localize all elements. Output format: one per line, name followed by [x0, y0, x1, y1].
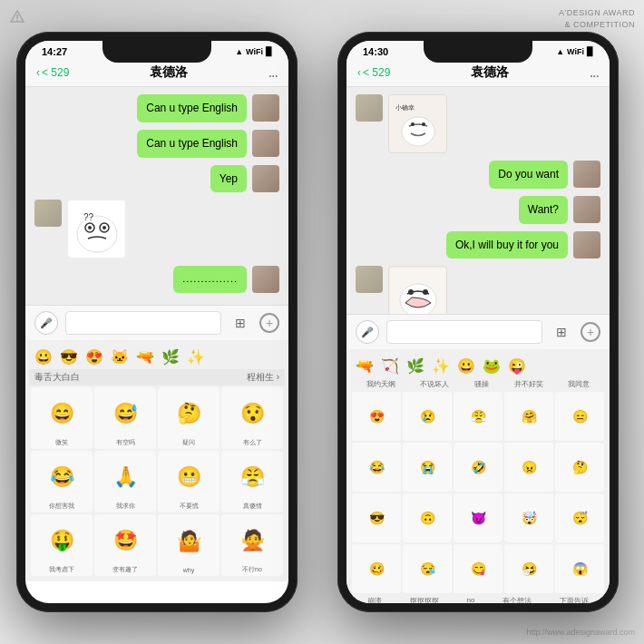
svg-point-13	[422, 122, 425, 126]
sticker-r2[interactable]: 😢	[403, 392, 452, 441]
emoji-panel-right: 🔫 🏹 🌿 ✨ 😀 🐸 😜 我约天纲 不说坏人 骚操 并不好笑 我同意 😍 😢	[346, 349, 610, 603]
sticker-r19[interactable]: 🤧	[504, 544, 553, 593]
sticker-cell-2[interactable]: 😅 有空吗	[94, 387, 156, 449]
add-button-right[interactable]: +	[581, 322, 600, 342]
emoji-tab-5[interactable]: 🔫	[134, 346, 156, 367]
bubble-r3: Want?	[519, 196, 568, 224]
svg-text:小确幸: 小确幸	[395, 104, 415, 111]
sticker-r9[interactable]: 😠	[504, 443, 553, 492]
bubble-2: Can u type English	[137, 130, 247, 158]
notch-right	[424, 41, 532, 63]
svg-text:??: ??	[83, 212, 94, 222]
emoji-tab-r1[interactable]: 🔫	[354, 355, 376, 376]
sticker-cell-6[interactable]: 🙏 我求你	[94, 451, 156, 512]
sticker-cell-7[interactable]: 😬 不要慌	[158, 451, 220, 512]
sticker-r1[interactable]: 😍	[352, 392, 401, 441]
phone-right: 14:30 ▲ WiFi ▉ ‹ < 529 袁德洛 ...	[337, 32, 619, 612]
sticker-r3[interactable]: 😤	[454, 392, 503, 441]
sticker-r20[interactable]: 😱	[555, 544, 604, 593]
emoji-tab-6[interactable]: 🌿	[160, 346, 181, 367]
nav-more-left[interactable]: ...	[268, 64, 278, 81]
voice-button-left[interactable]: 🎤	[34, 311, 58, 335]
sticker-pack-header-left: 毒舌大白白 程相生 ›	[29, 369, 285, 385]
nav-more-right[interactable]: ...	[590, 64, 599, 81]
bubble-dots: ...............	[173, 266, 247, 292]
nav-back-right[interactable]: ‹ < 529	[357, 66, 390, 79]
avatar-recv-r5	[356, 266, 383, 293]
text-input-left[interactable]	[65, 311, 221, 335]
sticker-cell-11[interactable]: 🤷 why	[158, 514, 220, 576]
avatar-sent-3	[252, 165, 279, 192]
voice-button-right[interactable]: 🎤	[356, 320, 379, 344]
emoji-tab-1[interactable]: 😀	[33, 346, 54, 367]
bubble-1: Can u type English	[137, 94, 247, 122]
svg-point-17	[423, 289, 428, 295]
emoji-tab-r2[interactable]: 🏹	[379, 355, 401, 376]
emoji-tab-r6[interactable]: 🐸	[481, 355, 503, 376]
sticker-r15[interactable]: 😴	[555, 493, 604, 542]
sticker-r17[interactable]: 😪	[403, 544, 452, 593]
sticker-r13[interactable]: 😈	[454, 493, 503, 542]
sticker-cell-5[interactable]: 😂 你想害我	[31, 451, 93, 512]
msg-row-r4: Ok,I will buy it for you	[356, 231, 600, 259]
emoji-tabs-right: 🔫 🏹 🌿 ✨ 😀 🐸 😜	[350, 353, 606, 378]
input-bar-right[interactable]: 🎤 ⊞ +	[346, 314, 610, 349]
notch-left	[102, 41, 211, 63]
msg-row-r5: 嗯嗯嗯	[356, 266, 600, 314]
avatar-sent-r4	[573, 231, 600, 259]
sticker-cell-9[interactable]: 🤑 我考虑下	[31, 514, 93, 576]
msg-row-2: Can u type English	[34, 130, 279, 158]
sticker-r16[interactable]: 🥴	[352, 544, 401, 593]
sticker-grid-right: 😍 😢 😤 🤗 😑 😂 😭 🤣 😠 🤔 😎 🙃 😈 🤯 😴 🥴 😪 😋 🤧	[350, 390, 606, 595]
msg-row-r1: 小确幸	[356, 94, 600, 153]
add-button-left[interactable]: +	[259, 313, 279, 333]
emoji-button-right[interactable]: ⊞	[550, 320, 573, 344]
sticker-cell-12[interactable]: 🙅 不行no	[221, 514, 283, 576]
sticker-r14[interactable]: 🤯	[504, 493, 553, 542]
pack-author-left: 程相生 ›	[247, 371, 279, 384]
emoji-tab-r3[interactable]: 🌿	[405, 355, 426, 376]
sticker-r7[interactable]: 😭	[403, 443, 452, 492]
emoji-tab-r5[interactable]: 😀	[455, 355, 477, 376]
msg-row-5: ...............	[34, 266, 279, 293]
sticker-r8[interactable]: 🤣	[454, 443, 503, 492]
sticker-r10[interactable]: 🤔	[555, 443, 604, 492]
svg-point-12	[411, 122, 415, 126]
emoji-tab-3[interactable]: 😍	[83, 346, 105, 367]
avatar-sent-5	[252, 266, 279, 293]
sticker-r6[interactable]: 😂	[352, 443, 401, 492]
sticker-r5[interactable]: 😑	[555, 392, 604, 441]
sticker-cell-10[interactable]: 🤩 变有趣了	[94, 514, 156, 576]
nav-count-right: < 529	[363, 66, 390, 79]
emoji-tab-r7[interactable]: 😜	[506, 355, 528, 376]
svg-point-2	[16, 20, 18, 22]
text-input-right[interactable]	[386, 320, 542, 344]
input-bar-left[interactable]: 🎤 ⊞ +	[25, 305, 288, 340]
nav-bar-right[interactable]: ‹ < 529 袁德洛 ...	[346, 59, 610, 87]
nav-bar-left[interactable]: ‹ < 529 袁德洛 ...	[25, 59, 288, 87]
time-left: 14:27	[42, 46, 67, 57]
sticker-cell-1[interactable]: 😄 微笑	[31, 387, 93, 449]
phone-left-screen: 14:27 ▲ WiFi ▉ ‹ < 529 袁德洛 ... Can u	[25, 41, 288, 603]
nav-back-left[interactable]: ‹ < 529	[36, 66, 69, 79]
emoji-tab-r4[interactable]: ✨	[430, 355, 452, 376]
panel-labels-r2: 崩溃 抠抠抠抠 no 有个想法 下面告诉	[350, 595, 606, 603]
msg-row-4: ??	[34, 200, 279, 259]
msg-row-r3: Want?	[356, 196, 600, 224]
msg-row-3: Yep	[34, 165, 279, 193]
emoji-panel-left: 😀 😎 😍 🐱 🔫 🌿 ✨ 毒舌大白白 程相生 › 😄	[25, 340, 288, 581]
bubble-3: Yep	[210, 165, 247, 193]
emoji-tab-2[interactable]: 😎	[58, 346, 80, 367]
nav-title-right: 袁德洛	[390, 64, 589, 81]
sticker-r11[interactable]: 😎	[352, 493, 401, 542]
bubble-r2: Do you want	[489, 161, 568, 189]
emoji-button-left[interactable]: ⊞	[229, 311, 252, 335]
sticker-cell-4[interactable]: 😯 有么了	[221, 387, 283, 449]
sticker-r18[interactable]: 😋	[454, 544, 503, 593]
sticker-cell-8[interactable]: 😤 真傻情	[221, 451, 283, 512]
sticker-cell-3[interactable]: 🤔 疑问	[158, 387, 220, 449]
emoji-tab-7[interactable]: ✨	[185, 346, 207, 367]
sticker-r12[interactable]: 🙃	[403, 493, 452, 542]
emoji-tab-4[interactable]: 🐱	[109, 346, 131, 367]
sticker-r4[interactable]: 🤗	[504, 392, 553, 441]
